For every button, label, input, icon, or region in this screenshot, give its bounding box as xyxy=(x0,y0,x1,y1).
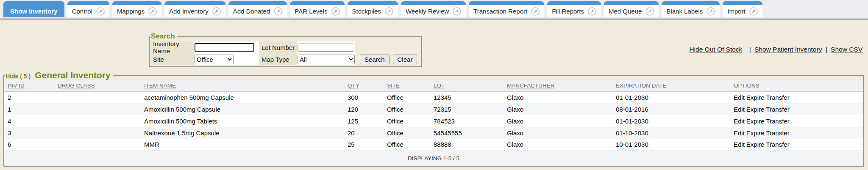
edit-action[interactable]: Edit xyxy=(734,118,745,125)
lot-number-cell xyxy=(297,41,355,53)
cell-inv-id: 1 xyxy=(4,103,54,115)
tab-label: Transaction Report xyxy=(473,8,527,15)
edit-action[interactable]: Edit xyxy=(734,94,745,101)
tab-accent-strip xyxy=(348,1,398,5)
tab-med-queue[interactable]: Med Queue↗ xyxy=(604,1,659,17)
tab-blank-labels[interactable]: Blank Labels↗ xyxy=(662,1,720,17)
sort-manufacturer[interactable]: MANUFACTURER xyxy=(507,82,555,89)
tab-control[interactable]: Control↗ xyxy=(67,1,109,17)
open-external-icon[interactable]: ↗ xyxy=(531,7,540,16)
tab-accent-strip xyxy=(3,1,64,5)
inventory-name-label: Inventory Name xyxy=(150,41,194,53)
table-footer-row: DISPLAYING 1-5 / 5 xyxy=(4,151,863,166)
cell-options: EditExpireTransfer xyxy=(730,91,863,103)
expire-action[interactable]: Expire xyxy=(746,94,765,101)
table-row: 3 Naltrexone 1.5mg Capsule 20 Office 545… xyxy=(4,127,863,139)
tab-accent-strip xyxy=(723,1,762,5)
search-button[interactable]: Search xyxy=(360,55,389,64)
spacer xyxy=(355,41,420,53)
transfer-action[interactable]: Transfer xyxy=(766,118,789,125)
sort-item-name[interactable]: ITEM NAME xyxy=(144,82,176,89)
cell-qty: 25 xyxy=(344,139,384,151)
cell-item-name: Amoxicillin 500mg Tablets xyxy=(141,115,344,127)
expire-action[interactable]: Expire xyxy=(746,141,765,148)
site-select[interactable]: Office xyxy=(195,55,234,64)
edit-action[interactable]: Edit xyxy=(734,129,745,137)
cell-qty: 120 xyxy=(344,103,384,115)
cell-manufacturer: Glaxo xyxy=(504,91,612,103)
expire-action[interactable]: Expire xyxy=(746,118,765,125)
map-type-select[interactable]: All xyxy=(298,55,355,64)
open-external-icon[interactable]: ↗ xyxy=(749,7,758,16)
sort-qty[interactable]: QTY xyxy=(348,82,359,89)
open-external-icon[interactable]: ↗ xyxy=(331,7,340,16)
inventory-name-input[interactable] xyxy=(195,43,254,52)
open-external-icon[interactable]: ↗ xyxy=(453,7,461,16)
cell-options: EditExpireTransfer xyxy=(730,115,863,127)
expire-action[interactable]: Expire xyxy=(746,106,765,113)
show-csv-link[interactable]: Show CSV xyxy=(831,46,862,53)
transfer-action[interactable]: Transfer xyxy=(766,94,789,101)
cell-expiration-date: 08-01-2016 xyxy=(612,103,730,115)
search-form: Inventory Name Lot Number Site Office Ma… xyxy=(150,41,420,65)
tab-label: Add Donated xyxy=(233,8,270,15)
tab-label: PAR Levels xyxy=(295,8,327,15)
open-external-icon[interactable]: ↗ xyxy=(274,7,282,16)
col-manufacturer: MANUFACTURER xyxy=(504,80,612,91)
table-row: 1 Amoxicillin 500mg Capsule 120 Office 7… xyxy=(4,103,863,115)
hide-count-link[interactable]: Hide ( 5 ) xyxy=(6,73,31,80)
clear-button[interactable]: Clear xyxy=(393,55,417,64)
cell-drug-class xyxy=(54,91,141,103)
open-external-icon[interactable]: ↗ xyxy=(707,7,715,16)
transfer-action[interactable]: Transfer xyxy=(766,129,789,137)
col-inv-id: INV ID xyxy=(4,80,54,91)
tab-accent-strip xyxy=(112,1,161,5)
expire-action[interactable]: Expire xyxy=(746,129,765,137)
tab-label: Add Inventory xyxy=(169,8,209,15)
paging-status: DISPLAYING 1-5 / 5 xyxy=(4,151,863,166)
transfer-action[interactable]: Transfer xyxy=(766,106,789,113)
col-expiration-date: EXPIRATION DATE xyxy=(612,80,730,91)
general-inventory-title: General Inventory xyxy=(35,70,111,80)
open-external-icon[interactable]: ↗ xyxy=(385,7,393,16)
tab-add-inventory[interactable]: Add Inventory↗ xyxy=(164,1,225,17)
tab-accent-strip xyxy=(401,1,466,5)
tab-transaction-report[interactable]: Transaction Report↗ xyxy=(469,1,544,17)
tab-mappings[interactable]: Mappings↗ xyxy=(112,1,161,17)
sort-inv-id[interactable]: INV ID xyxy=(8,82,25,89)
tab-accent-strip xyxy=(164,1,225,5)
cell-manufacturer: Glaxo xyxy=(504,115,612,127)
tab-import[interactable]: Import↗ xyxy=(723,1,762,17)
tab-par-levels[interactable]: PAR Levels↗ xyxy=(290,1,344,17)
tab-show-inventory[interactable]: Show Inventory xyxy=(3,1,64,17)
open-external-icon[interactable]: ↗ xyxy=(96,7,105,16)
sort-lot[interactable]: LOT xyxy=(434,82,445,89)
transfer-action[interactable]: Transfer xyxy=(766,141,789,148)
col-options: OPTIONS xyxy=(730,80,863,91)
open-external-icon[interactable]: ↗ xyxy=(588,7,596,16)
table-row: 4 Amoxicillin 500mg Tablets 125 Office 7… xyxy=(4,115,863,127)
open-external-icon[interactable]: ↗ xyxy=(212,7,221,16)
tab-add-donated[interactable]: Add Donated↗ xyxy=(228,1,287,17)
cell-options: EditExpireTransfer xyxy=(730,103,863,115)
edit-action[interactable]: Edit xyxy=(734,106,745,113)
cell-qty: 20 xyxy=(344,127,384,139)
cell-lot: 72315 xyxy=(430,103,504,115)
tab-fill-reports[interactable]: Fill Reports↗ xyxy=(547,1,601,17)
edit-action[interactable]: Edit xyxy=(734,141,745,148)
lot-number-input[interactable] xyxy=(298,44,354,52)
open-external-icon[interactable]: ↗ xyxy=(148,7,157,16)
site-cell: Office xyxy=(194,53,259,65)
open-external-icon[interactable]: ↗ xyxy=(645,7,654,16)
general-inventory-panel: Hide ( 5 ) General Inventory INV ID DRUG… xyxy=(3,70,864,167)
show-patient-inventory-link[interactable]: Show Patient Inventory xyxy=(754,46,822,53)
sort-site[interactable]: SITE xyxy=(387,82,400,89)
tab-weekly-review[interactable]: Weekly Review↗ xyxy=(401,1,466,17)
tab-accent-strip xyxy=(290,1,344,5)
sort-drug-class[interactable]: DRUG CLASS xyxy=(58,82,95,89)
tab-stockpiles[interactable]: Stockpiles↗ xyxy=(348,1,398,17)
col-item-name: ITEM NAME xyxy=(141,80,344,91)
hide-out-of-stock-link[interactable]: Hide Out Of Stock xyxy=(689,46,742,53)
cell-inv-id: 6 xyxy=(4,139,54,151)
table-row: 2 acetaminophen 500mg Capsule 300 Office… xyxy=(4,91,863,103)
